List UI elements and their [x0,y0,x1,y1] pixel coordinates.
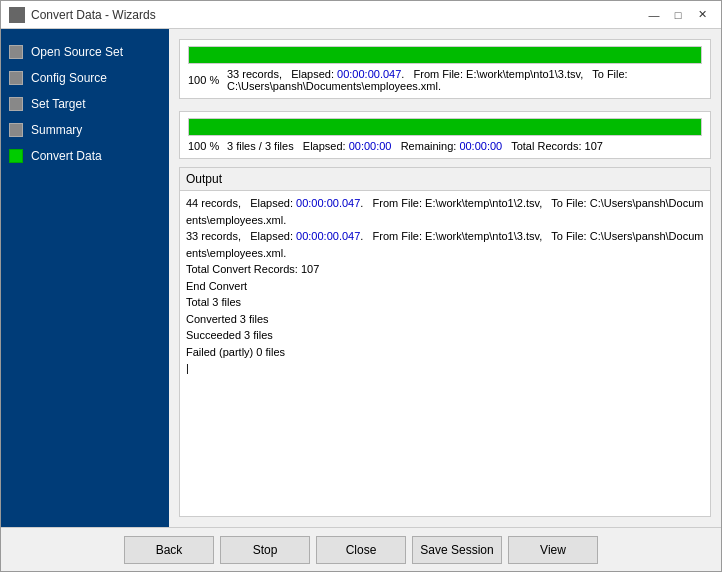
elapsed-1: 00:00:00.047 [337,68,401,80]
sidebar-label-convert-data: Convert Data [31,149,102,163]
save-session-button[interactable]: Save Session [412,536,502,564]
progress-section-1: 100 % 33 records, Elapsed: 00:00:00.047.… [179,39,711,99]
main-window: Convert Data - Wizards — □ ✕ Open Source… [0,0,722,572]
output-label: Output [180,168,710,191]
open-source-set-icon [9,45,23,59]
progress-percent-2: 100 % [188,140,223,152]
titlebar-title: Convert Data - Wizards [31,8,156,22]
sidebar-label-set-target: Set Target [31,97,85,111]
content-area: Open Source Set Config Source Set Target… [1,29,721,527]
output-line-1: 33 records, Elapsed: 00:00:00.047. From … [186,228,704,261]
sidebar-item-convert-data[interactable]: Convert Data [1,143,169,169]
progress-bar-2 [189,119,701,135]
progress-percent-1: 100 % [188,74,223,86]
output-content[interactable]: 44 records, Elapsed: 00:00:00.047. From … [180,191,710,516]
sidebar-item-summary[interactable]: Summary [1,117,169,143]
progress-bar-container-1 [188,46,702,64]
progress-detail-2: 3 files / 3 files Elapsed: 00:00:00 Rema… [227,140,603,152]
output-line-5: Converted 3 files [186,311,704,328]
close-button[interactable]: ✕ [691,6,713,24]
stop-button[interactable]: Stop [220,536,310,564]
titlebar-left: Convert Data - Wizards [9,7,156,23]
progress-info-2: 100 % 3 files / 3 files Elapsed: 00:00:0… [188,140,702,152]
elapsed-2: 00:00:00 [349,140,392,152]
close-dialog-button[interactable]: Close [316,536,406,564]
minimize-button[interactable]: — [643,6,665,24]
sidebar: Open Source Set Config Source Set Target… [1,29,169,527]
titlebar: Convert Data - Wizards — □ ✕ [1,1,721,29]
output-line-0: 44 records, Elapsed: 00:00:00.047. From … [186,195,704,228]
titlebar-controls: — □ ✕ [643,6,713,24]
sidebar-item-open-source-set[interactable]: Open Source Set [1,39,169,65]
set-target-icon [9,97,23,111]
main-content: 100 % 33 records, Elapsed: 00:00:00.047.… [169,29,721,527]
remaining-2: 00:00:00 [459,140,502,152]
app-icon [9,7,25,23]
footer: Back Stop Close Save Session View [1,527,721,571]
output-line-2: Total Convert Records: 107 [186,261,704,278]
progress-bar-container-2 [188,118,702,136]
back-button[interactable]: Back [124,536,214,564]
output-line-4: Total 3 files [186,294,704,311]
sidebar-label-summary: Summary [31,123,82,137]
view-button[interactable]: View [508,536,598,564]
summary-icon [9,123,23,137]
progress-info-1: 100 % 33 records, Elapsed: 00:00:00.047.… [188,68,702,92]
sidebar-label-open-source-set: Open Source Set [31,45,123,59]
sidebar-item-set-target[interactable]: Set Target [1,91,169,117]
maximize-button[interactable]: □ [667,6,689,24]
progress-bar-1 [189,47,701,63]
output-section: Output 44 records, Elapsed: 00:00:00.047… [179,167,711,517]
output-line-3: End Convert [186,278,704,295]
convert-data-icon [9,149,23,163]
output-line-6: Succeeded 3 files [186,327,704,344]
output-line-7: Failed (partly) 0 files [186,344,704,361]
config-source-icon [9,71,23,85]
progress-detail-1: 33 records, Elapsed: 00:00:00.047. From … [227,68,702,92]
sidebar-label-config-source: Config Source [31,71,107,85]
sidebar-item-config-source[interactable]: Config Source [1,65,169,91]
progress-section-2: 100 % 3 files / 3 files Elapsed: 00:00:0… [179,111,711,159]
output-cursor: | [186,360,704,377]
